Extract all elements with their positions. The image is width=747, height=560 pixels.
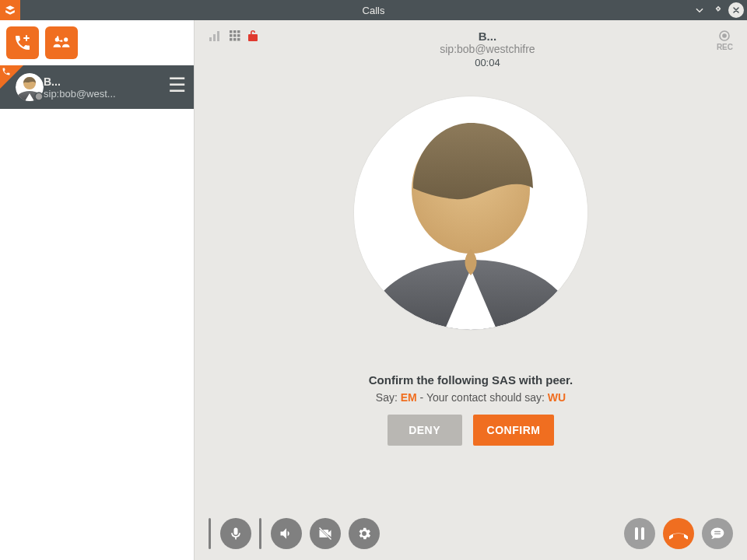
svg-point-1 (64, 37, 68, 41)
svg-rect-7 (213, 34, 216, 41)
sas-instruction: Confirm the following SAS with peer. (195, 373, 747, 387)
svg-rect-14 (237, 34, 240, 37)
svg-rect-16 (233, 38, 237, 41)
svg-rect-25 (635, 527, 638, 540)
sas-peer-label: Your contact should say: (426, 391, 545, 404)
contact-name: B... (44, 75, 116, 88)
svg-rect-8 (217, 31, 219, 41)
sas-say-value: EM (401, 391, 417, 404)
sidebar: B... sip:bob@west... ☰ (0, 20, 195, 560)
maximize-button[interactable] (710, 2, 727, 19)
record-label: REC (717, 43, 733, 51)
svg-point-19 (723, 33, 728, 38)
separator (209, 518, 211, 549)
call-row-menu-button[interactable]: ☰ (168, 75, 186, 95)
dialpad-icon[interactable] (229, 30, 241, 42)
contact-avatar-large (354, 96, 587, 330)
window-title: Calls (0, 5, 747, 16)
call-controls (195, 518, 747, 549)
record-button[interactable]: REC (717, 30, 733, 51)
contact-uri: sip:bob@west... (44, 88, 116, 100)
svg-rect-10 (233, 30, 237, 33)
svg-rect-12 (230, 34, 233, 37)
sas-say-label: Say: (376, 391, 398, 404)
sas-peer-value: WU (548, 391, 566, 404)
svg-rect-9 (230, 30, 233, 33)
call-header: B... sip:bob@westchifre 00:04 REC (195, 20, 747, 65)
svg-rect-17 (237, 38, 240, 41)
chat-button[interactable] (702, 518, 733, 549)
call-display-name: B... (258, 30, 717, 43)
mute-mic-button[interactable] (220, 518, 251, 549)
separator (259, 518, 261, 549)
svg-rect-11 (237, 30, 240, 33)
svg-point-5 (35, 93, 43, 100)
svg-rect-6 (209, 37, 212, 41)
speaker-button[interactable] (271, 518, 302, 549)
svg-rect-13 (233, 34, 237, 37)
unlocked-icon (247, 30, 258, 42)
new-call-button[interactable] (6, 26, 39, 59)
phone-icon (2, 67, 11, 76)
hold-button[interactable] (624, 518, 655, 549)
call-duration: 00:04 (258, 57, 717, 68)
new-conference-button[interactable] (45, 26, 78, 59)
call-uri: sip:bob@westchifre (258, 43, 717, 55)
sidebar-actions (0, 20, 194, 65)
active-call-row[interactable]: B... sip:bob@west... ☰ (0, 65, 194, 109)
signal-icon (209, 30, 223, 42)
call-panel: B... sip:bob@westchifre 00:04 REC (195, 20, 747, 560)
app-body: B... sip:bob@west... ☰ B... sip:bo (0, 20, 747, 560)
svg-rect-26 (641, 527, 644, 540)
sas-panel: Confirm the following SAS with peer. Say… (195, 373, 747, 446)
titlebar: Calls (0, 0, 747, 20)
sas-separator: - (420, 391, 426, 404)
app-logo (0, 0, 20, 20)
hangup-button[interactable] (663, 518, 694, 549)
svg-rect-15 (230, 38, 233, 41)
contact-avatar-small (16, 73, 44, 101)
minimize-button[interactable] (691, 2, 708, 19)
camera-off-button[interactable] (310, 518, 341, 549)
sas-deny-button[interactable]: DENY (388, 415, 462, 446)
close-button[interactable] (728, 2, 744, 18)
call-settings-button[interactable] (349, 518, 380, 549)
sas-confirm-button[interactable]: CONFIRM (473, 415, 555, 446)
sas-values: Say: EM - Your contact should say: WU (195, 391, 747, 404)
